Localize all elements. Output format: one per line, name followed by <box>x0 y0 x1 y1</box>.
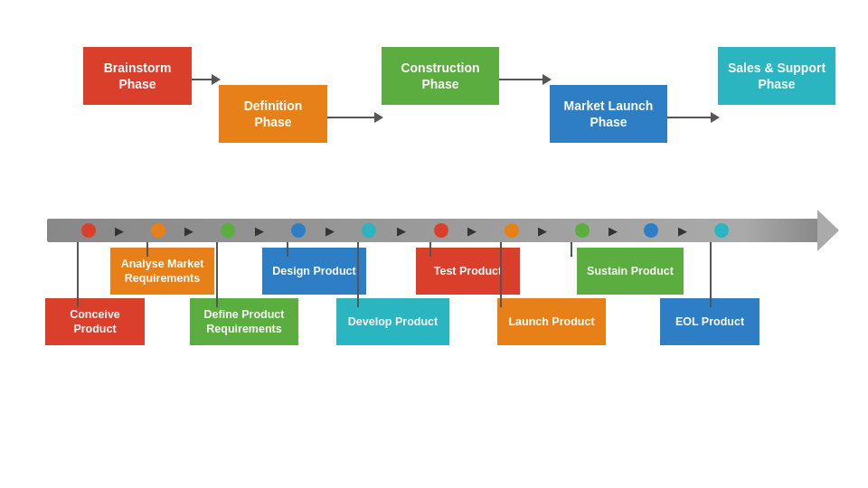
task-line-develop <box>357 242 359 307</box>
page: Brainstorm PhaseDefinition PhaseConstruc… <box>0 0 868 488</box>
task-line-define <box>216 242 218 307</box>
timeline-mini-arrow-3: ▶ <box>326 224 335 238</box>
phase-arrow-0 <box>192 74 221 85</box>
timeline-section: ▶▶▶▶▶▶▶▶▶ Conceive ProductAnalyse Market… <box>29 181 839 380</box>
task-line-sustain <box>571 242 572 257</box>
phases-section: Brainstorm PhaseDefinition PhaseConstruc… <box>29 38 839 172</box>
timeline-mini-arrow-7: ▶ <box>609 224 618 238</box>
timeline-dot-3 <box>291 223 306 238</box>
task-box-develop: Develop Product <box>336 298 449 345</box>
task-line-design <box>287 242 288 257</box>
phase-box-construction: Construction Phase <box>382 47 499 105</box>
timeline-mini-arrow-4: ▶ <box>397 224 406 238</box>
task-box-analyse: Analyse Market Requirements <box>110 248 214 295</box>
timeline-dot-0 <box>81 223 96 238</box>
phase-box-market-launch: Market Launch Phase <box>550 85 667 143</box>
task-line-conceive <box>77 242 79 307</box>
timeline-dot-2 <box>221 223 235 238</box>
timeline-dot-4 <box>362 223 376 238</box>
task-box-test: Test Product <box>416 248 520 295</box>
timeline-mini-arrow-6: ▶ <box>538 224 547 238</box>
timeline-mini-arrow-0: ▶ <box>115 224 124 238</box>
task-box-conceive: Conceive Product <box>45 298 145 345</box>
timeline-dot-8 <box>644 223 658 238</box>
timeline-dot-1 <box>151 223 165 238</box>
task-box-launch: Launch Product <box>497 298 606 345</box>
phase-arrow-2 <box>499 74 552 85</box>
task-line-eol <box>710 242 712 307</box>
phase-arrow-1 <box>327 112 383 123</box>
timeline-mini-arrow-8: ▶ <box>678 224 687 238</box>
timeline-mini-arrow-5: ▶ <box>467 224 476 238</box>
phase-arrow-3 <box>667 112 720 123</box>
phase-box-sales-support: Sales & Support Phase <box>718 47 835 105</box>
task-box-sustain: Sustain Product <box>577 248 684 295</box>
timeline-dot-6 <box>505 223 519 238</box>
timeline-dot-9 <box>714 223 729 238</box>
timeline-dot-7 <box>575 223 590 238</box>
task-line-analyse <box>146 242 148 257</box>
timeline-mini-arrow-2: ▶ <box>255 224 264 238</box>
timeline-mini-arrow-1: ▶ <box>184 224 193 238</box>
timeline-dot-5 <box>434 223 448 238</box>
phase-box-brainstorm: Brainstorm Phase <box>83 47 192 105</box>
task-line-test <box>429 242 431 257</box>
task-line-launch <box>500 242 502 307</box>
task-box-define: Define Product Requirements <box>190 298 298 345</box>
timeline-bar: ▶▶▶▶▶▶▶▶▶ <box>47 219 821 242</box>
phase-box-definition: Definition Phase <box>219 85 327 143</box>
task-box-design: Design Product <box>262 248 366 295</box>
